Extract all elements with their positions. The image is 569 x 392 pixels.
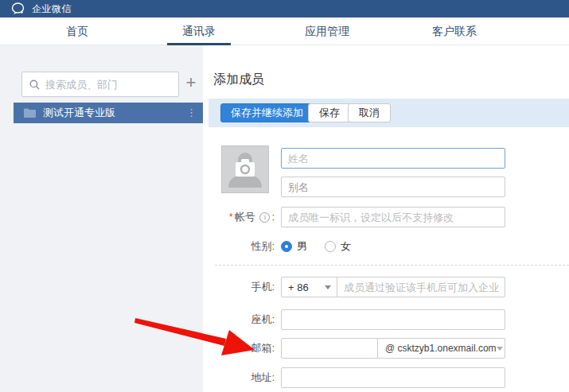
tab-contacts-label: 通讯录 [182, 25, 216, 39]
tab-customer-contact[interactable]: 客户联系 [432, 17, 477, 45]
email-domain-value: @ csktzyb1.onexmail.com [385, 343, 497, 354]
mobile-label: 手机: [203, 277, 275, 297]
landline-field[interactable] [281, 309, 505, 330]
radio-male-label[interactable]: 男 [297, 239, 307, 254]
country-code-select[interactable]: + 86 [281, 277, 337, 297]
tab-app-management[interactable]: 应用管理 [305, 17, 349, 45]
search-input[interactable] [45, 79, 165, 91]
member-search-box[interactable] [21, 72, 179, 97]
email-domain-select[interactable]: @ csktzyb1.onexmail.com [377, 338, 505, 359]
contacts-sidebar: + 测试开通专业版 ⋮ [0, 45, 203, 392]
caret-down-icon [325, 285, 331, 289]
alias-field[interactable] [281, 177, 505, 197]
wecom-chat-bubble-icon [11, 2, 25, 15]
folder-icon [24, 108, 36, 118]
page-title: 添加成员 [213, 72, 264, 88]
avatar-upload[interactable] [221, 146, 269, 193]
caret-down-icon [497, 347, 503, 351]
gender-label: 性别: [203, 236, 275, 257]
org-name-label: 测试开通专业版 [43, 106, 186, 120]
save-and-continue-button[interactable]: 保存并继续添加 [220, 103, 314, 122]
account-field[interactable] [281, 207, 505, 227]
add-department-button[interactable]: + [181, 72, 201, 95]
tab-customer-contact-label: 客户联系 [432, 25, 477, 39]
sidebar-item-org-root[interactable]: 测试开通专业版 ⋮ [14, 103, 203, 123]
email-local-field[interactable] [281, 338, 378, 359]
more-options-icon[interactable]: ⋮ [186, 109, 197, 117]
tab-contacts[interactable]: 通讯录 [182, 17, 216, 45]
top-bar: 企业微信 [0, 0, 569, 17]
info-icon[interactable]: i [259, 212, 270, 223]
search-icon [29, 80, 40, 90]
wecom-admin-screen: 企业微信 首页 通讯录 应用管理 客户联系 + [0, 0, 569, 392]
address-field[interactable] [281, 367, 505, 388]
radio-female[interactable] [325, 241, 336, 252]
radio-male-selected[interactable] [281, 241, 292, 252]
gender-radio-group: 男 女 [281, 236, 368, 257]
landline-label: 座机: [203, 309, 275, 330]
save-button[interactable]: 保存 [308, 103, 351, 122]
action-button-bar: 保存并继续添加 保存 取消 [209, 99, 569, 127]
address-label: 地址: [203, 367, 275, 388]
country-code-value: + 86 [288, 281, 325, 293]
tab-app-management-label: 应用管理 [305, 25, 349, 39]
account-label: *帐号 i: [203, 207, 275, 227]
email-label: 邮箱: [203, 338, 275, 359]
cancel-button[interactable]: 取消 [348, 103, 391, 122]
brand-title: 企业微信 [32, 2, 72, 16]
primary-nav: 首页 通讯录 应用管理 客户联系 [0, 17, 569, 45]
plus-icon: + [186, 72, 197, 92]
radio-female-label[interactable]: 女 [341, 239, 351, 254]
add-member-panel: 添加成员 保存并继续添加 保存 取消 *帐号 i: 性别: [203, 45, 569, 392]
name-field[interactable] [281, 148, 505, 169]
tab-home-label: 首页 [66, 25, 88, 39]
section-divider [215, 265, 569, 266]
required-asterisk: * [229, 212, 233, 223]
tab-home[interactable]: 首页 [66, 17, 88, 45]
mobile-field[interactable] [337, 277, 505, 297]
avatar-camera-icon [222, 146, 268, 192]
